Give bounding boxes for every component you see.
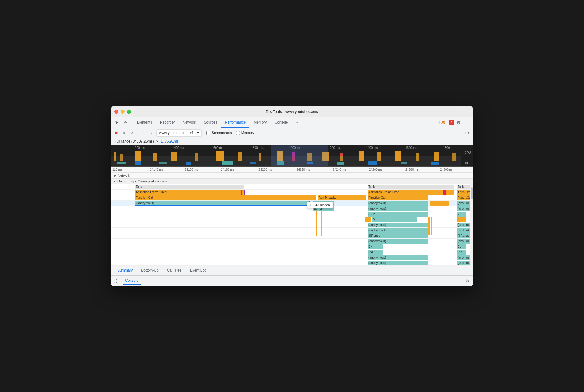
v-bar-2[interactable]: V bbox=[457, 212, 466, 217]
url-select[interactable]: www.youtube.com #1 ▾ bbox=[156, 129, 202, 137]
svg-rect-38 bbox=[431, 162, 439, 165]
timeline-ruler2: 120 ms 24140 ms 24160 ms 24180 ms 24200 … bbox=[111, 167, 473, 173]
fill-bar-1[interactable]: fillRange_ bbox=[368, 233, 428, 238]
deeper-row-1: (an...s) (anonymous) (ano...ous) bbox=[111, 206, 473, 211]
render-bar-1[interactable]: renderChunk_ bbox=[368, 228, 428, 233]
inspect-icon[interactable] bbox=[122, 119, 129, 127]
cursor-icon[interactable] bbox=[113, 119, 121, 127]
memory-checkbox[interactable]: Memory bbox=[236, 131, 254, 135]
anon-d8-1[interactable]: (anonymous) bbox=[368, 261, 428, 265]
svg-rect-29 bbox=[159, 162, 167, 164]
svg-rect-30 bbox=[186, 162, 191, 165]
btab-eventlog[interactable]: Event Log bbox=[186, 266, 211, 275]
r2-24300: 24300 m bbox=[440, 168, 452, 171]
three-dot-icon[interactable]: ⋮ bbox=[113, 277, 120, 284]
net-label: NET bbox=[465, 162, 471, 165]
teal-stripe-1 bbox=[321, 211, 322, 236]
sep2 bbox=[138, 130, 138, 136]
network-label: Network bbox=[118, 174, 130, 177]
v-bar-1[interactable]: (... V bbox=[368, 212, 428, 217]
tab-elements[interactable]: Elements bbox=[133, 117, 156, 128]
download-button[interactable]: ↓ bbox=[148, 130, 155, 136]
svg-rect-28 bbox=[135, 161, 141, 165]
by-bar-1[interactable]: By bbox=[368, 244, 383, 249]
func-bar-2[interactable]: Run M...asks bbox=[318, 195, 366, 200]
deeper-row-4: renderChunk_ rend...nk_ bbox=[111, 228, 473, 233]
minimize-button[interactable] bbox=[121, 110, 125, 114]
settings-icon[interactable]: ⚙ bbox=[455, 119, 462, 127]
anim-bar-2[interactable]: Animation Frame Fired bbox=[368, 190, 454, 195]
screenshots-checkbox[interactable]: Screenshots bbox=[206, 131, 232, 135]
ruler-600ms: 600 ms bbox=[213, 146, 223, 149]
tab-sources[interactable]: Sources bbox=[200, 117, 221, 128]
tab-performance[interactable]: Performance bbox=[221, 117, 249, 128]
tab-more[interactable]: » bbox=[292, 117, 302, 128]
range-bar: Full range (34307.26ms) > 1776.91ms bbox=[111, 138, 473, 145]
deeper-row-6: (anonymous) (ano...ous) bbox=[111, 239, 473, 244]
r2-24180: 24180 ms bbox=[221, 168, 234, 171]
flame-chart[interactable]: Task Task Task Animation Frame Fired Ani… bbox=[111, 184, 473, 266]
close-button[interactable] bbox=[114, 110, 118, 114]
btab-bottomup[interactable]: Bottom-Up bbox=[137, 266, 163, 275]
timeline-overview[interactable]: 200 ms 400 ms 600 ms 800 ms 1000 ms 1200… bbox=[111, 145, 473, 167]
ruler-400ms: 400 ms bbox=[174, 146, 184, 149]
tab-console[interactable]: Console bbox=[271, 117, 291, 128]
btab-summary[interactable]: Summary bbox=[113, 266, 137, 275]
upload-button[interactable]: ↑ bbox=[141, 130, 147, 136]
tab-memory[interactable]: Memory bbox=[250, 117, 270, 128]
svg-rect-19 bbox=[377, 152, 381, 161]
task-bar-1[interactable]: Task bbox=[135, 185, 244, 189]
deeper-row-8: (anonymous) (ano...ous) bbox=[111, 260, 473, 266]
anon-bar-1[interactable]: (anonymous) bbox=[135, 201, 310, 206]
svg-rect-32 bbox=[250, 162, 256, 164]
ixa-bar-1[interactable]: IXa bbox=[368, 250, 383, 255]
func-bar-1[interactable]: Function Call bbox=[135, 195, 316, 200]
ixa-bar-2[interactable]: IXa bbox=[457, 250, 466, 255]
svg-rect-5 bbox=[120, 154, 123, 161]
reload-button[interactable]: ↺ bbox=[121, 130, 128, 136]
btab-calltree[interactable]: Call Tree bbox=[163, 266, 186, 275]
console-close-button[interactable]: ✕ bbox=[464, 277, 471, 284]
scrollbar-thumb[interactable] bbox=[471, 187, 473, 199]
anon-bar-funll[interactable]: Fun...ll bbox=[313, 201, 334, 206]
console-tab[interactable]: Console bbox=[123, 277, 141, 285]
svg-rect-18 bbox=[359, 151, 364, 161]
anons-bar[interactable]: (an...s) bbox=[313, 206, 334, 211]
anon-d3-1[interactable]: (anonymous) bbox=[368, 223, 428, 227]
sep1 bbox=[131, 120, 131, 126]
svg-rect-36 bbox=[368, 161, 377, 165]
svg-rect-31 bbox=[222, 161, 233, 165]
anon-deep-1[interactable]: (anonymous) bbox=[368, 206, 428, 211]
by-bar-2[interactable]: By bbox=[457, 244, 466, 249]
anim-bar-1[interactable]: Animation Frame Fired bbox=[135, 190, 244, 195]
deeper-row-by: By By bbox=[111, 244, 473, 249]
collapse-icon[interactable]: ▼ bbox=[113, 180, 116, 183]
anim-purple-1 bbox=[244, 190, 245, 195]
svg-rect-2 bbox=[124, 123, 125, 124]
anon-d6-1[interactable]: (anonymous) bbox=[368, 239, 428, 244]
error-badge: 2 bbox=[449, 120, 454, 125]
record-button[interactable]: ⏺ bbox=[113, 130, 120, 136]
tab-network[interactable]: Network bbox=[179, 117, 200, 128]
r2-120: 120 ms bbox=[112, 168, 122, 171]
perf-toolbar: ⏺ ↺ ⊘ ↑ ↓ www.youtube.com #1 ▾ Screensho… bbox=[111, 128, 473, 138]
anon-bar-2[interactable]: (anonymous) bbox=[368, 201, 428, 206]
clear-button[interactable]: ⊘ bbox=[129, 130, 135, 136]
anon-bar-orange[interactable] bbox=[430, 201, 449, 206]
func-row: Function Call Run M...asks Function Call… bbox=[111, 195, 473, 201]
func-bar-3[interactable]: Function Call bbox=[368, 195, 428, 200]
scrollbar-v[interactable] bbox=[470, 184, 473, 266]
anon-d7-1[interactable]: (anonymous) bbox=[368, 255, 428, 260]
ruler-800ms: 800 ms bbox=[253, 146, 263, 149]
task-bar-2[interactable]: Task bbox=[368, 185, 454, 189]
tab-recorder[interactable]: Recorder bbox=[156, 117, 178, 128]
expand-icon[interactable]: ▶ bbox=[114, 174, 117, 177]
selection-overlay[interactable] bbox=[271, 145, 328, 166]
full-range-label: Full range (34307.26ms) bbox=[114, 139, 154, 143]
perf-settings-icon[interactable]: ⚙ bbox=[463, 129, 471, 137]
more-icon[interactable]: ⋮ bbox=[463, 119, 471, 127]
maximize-button[interactable] bbox=[127, 110, 131, 114]
r2-24260: 24260 ms bbox=[369, 168, 382, 171]
s-bar-2[interactable]: S bbox=[457, 217, 466, 222]
s-bar-1[interactable]: S bbox=[372, 217, 417, 222]
